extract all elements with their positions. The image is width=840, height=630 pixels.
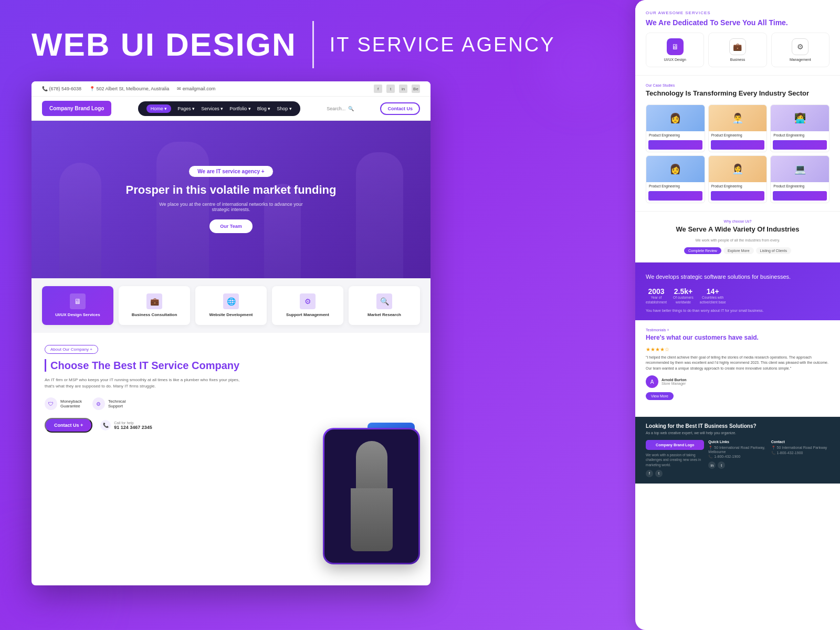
cs-item-0[interactable]: 👩 Product Engineering <box>646 104 705 152</box>
search-icon[interactable]: 🔍 <box>348 106 354 111</box>
rp-icon-uiux[interactable]: 🖥 UI/UX Design <box>646 33 704 67</box>
nav-bar: Company Brand Logo Home ▾ Pages ▾ Servic… <box>32 97 430 121</box>
contact-us-primary-button[interactable]: Contact Us + <box>45 418 92 433</box>
phone-mockup-inner <box>324 429 418 563</box>
footer-col-links: Quick Links 📍 50 International Road Park… <box>708 440 766 477</box>
dot-2[interactable] <box>825 404 830 408</box>
twitter-icon[interactable]: t <box>386 85 395 93</box>
service-icon-2: 🌐 <box>223 293 239 309</box>
footer-col-contact: Contact 📍 50 International Road Parkway … <box>771 440 830 477</box>
hero-cta-button[interactable]: Our Team <box>209 219 252 233</box>
rating-stars: ★★★★☆ <box>646 346 830 352</box>
cs-label-5: Product Engineering <box>771 182 829 190</box>
footer-social: f t <box>646 470 704 477</box>
cs-item-1[interactable]: 👨‍💼 Product Engineering <box>708 104 768 152</box>
service-icon-1: 💼 <box>146 293 162 309</box>
behance-icon[interactable]: Be <box>412 85 420 93</box>
hero-subtitle: We place you at the centre of internatio… <box>158 202 304 212</box>
contact-us-button[interactable]: Contact Us <box>380 102 420 115</box>
cs-label-2: Product Engineering <box>771 131 829 139</box>
service-card-0[interactable]: 🖥 UI/UX Design Services <box>42 286 113 325</box>
cs-item-5[interactable]: 💻 Product Engineering <box>770 155 830 203</box>
phone-mockup-outer <box>323 428 420 564</box>
rp-why-sub: We work with people of all the industrie… <box>646 238 830 242</box>
rp-icon-business[interactable]: 💼 Business <box>708 33 766 67</box>
service-card-2[interactable]: 🌐 Website Development <box>195 286 267 325</box>
footer-cta-title: Looking for the Best IT Business Solutio… <box>646 423 830 429</box>
business-icon: 💼 <box>729 38 746 55</box>
cs-label-0: Product Engineering <box>646 131 705 139</box>
rp-test-tag: Testimonials + <box>646 328 830 332</box>
person-body <box>351 488 393 551</box>
footer-phone-quick: 📞 1-800-432-1900 <box>708 455 766 459</box>
service-card-4[interactable]: 🔍 Market Research <box>349 286 420 325</box>
cs-item-2[interactable]: 👩‍💻 Product Engineering <box>770 104 830 152</box>
about-text: An IT firm or MSP who keeps your IT runn… <box>45 377 244 390</box>
tab-explore-more[interactable]: Explore More <box>723 247 754 254</box>
social-links[interactable]: f t in Be <box>374 85 420 93</box>
footer-fb-icon[interactable]: f <box>646 470 653 477</box>
nav-portfolio[interactable]: Portfolio ▾ <box>229 106 251 111</box>
cs-bar-2 <box>773 140 827 150</box>
about-tag: About Our Company + <box>45 345 98 354</box>
header-subtitle: IT SERVICE AGENCY <box>330 34 555 56</box>
tab-complete-review[interactable]: Complete Review <box>684 247 721 254</box>
testimonial-dots <box>646 404 830 408</box>
cs-img-4: 👩‍💼 <box>709 156 767 182</box>
footer-tw-icon[interactable]: t <box>655 470 663 477</box>
cs-img-2: 👩‍💻 <box>771 105 829 131</box>
header-divider <box>312 21 314 68</box>
footer-tw2-icon[interactable]: t <box>718 461 725 469</box>
footer-contact-address: 📍 50 International Road Parkway <box>771 446 830 450</box>
footer-address: 📍 50 International Road Parkway, Melbour… <box>708 446 766 454</box>
cs-item-4[interactable]: 👩‍💼 Product Engineering <box>708 155 768 203</box>
facebook-icon[interactable]: f <box>374 85 382 93</box>
author-avatar: A <box>646 375 658 388</box>
hero-person-1 <box>59 163 101 278</box>
rp-why-tag: Why choose Us? <box>646 219 830 223</box>
view-more-button[interactable]: View More <box>646 392 674 400</box>
tab-listing-clients[interactable]: Listing of Clients <box>756 247 791 254</box>
stat-customers-number: 2.5k+ <box>673 287 694 296</box>
cs-label-4: Product Engineering <box>709 182 767 190</box>
about-image <box>323 428 420 564</box>
nav-pages[interactable]: Pages ▾ <box>177 106 195 111</box>
linkedin-icon[interactable]: in <box>399 85 407 93</box>
footer-desc: We work with a passion of taking challen… <box>646 453 704 467</box>
service-card-3[interactable]: ⚙ Support Management <box>272 286 343 325</box>
nav-blog[interactable]: Blog ▾ <box>257 106 271 111</box>
rp-cs-title: Technology Is Transforming Every Industr… <box>646 89 830 98</box>
rp-case-studies: Our Case Studies Technology Is Transform… <box>635 76 840 212</box>
rp-icon-management[interactable]: ⚙ Management <box>771 33 830 67</box>
cs-img-1: 👨‍💼 <box>709 105 767 131</box>
stat-countries: 14+ Countries withactive/client base <box>700 287 726 304</box>
person-head <box>356 441 387 494</box>
stat-customers-label: Of customersworldwide <box>673 296 694 304</box>
stats-row: 2003 Year ofestablishment 2.5k+ Of custo… <box>646 287 830 304</box>
service-card-1[interactable]: 💼 Business Consultation <box>119 286 190 325</box>
author-role: Store Manager <box>662 382 686 385</box>
cs-bar-5 <box>773 191 827 201</box>
call-info: 📞 Call for help 91 124 3467 2345 <box>100 420 152 430</box>
footer-in-icon[interactable]: in <box>708 461 716 469</box>
cs-img-3: 👩 <box>646 156 705 182</box>
features-row: 🛡 MoneybackGuarantee ⚙ TechnicalSupport <box>45 397 417 410</box>
rp-testimonials: Testimonials + Here's what our customers… <box>635 320 840 417</box>
search-area: Search... 🔍 <box>327 106 354 111</box>
footer-contact-phone: 📞 1-800-432-1900 <box>771 451 830 455</box>
moneyback-icon: 🛡 <box>45 397 57 410</box>
email-info: ✉ emailgmail.com <box>177 86 215 91</box>
service-icon-3: ⚙ <box>300 293 316 309</box>
dot-1[interactable] <box>819 404 823 408</box>
search-label: Search... <box>327 106 345 111</box>
rp-cs-tag: Our Case Studies <box>646 83 830 87</box>
nav-shop[interactable]: Shop ▾ <box>277 106 292 111</box>
service-name-0: UI/UX Design Services <box>47 312 108 318</box>
rp-stats: We develops strategic software solutions… <box>635 262 840 320</box>
nav-services[interactable]: Services ▾ <box>201 106 223 111</box>
cs-item-3[interactable]: 👩 Product Engineering <box>646 155 705 203</box>
footer-col-brand: Company Brand Logo We work with a passio… <box>646 440 704 477</box>
rp-dedicated: Our Awesome Services We Are Dedicated To… <box>635 0 840 76</box>
service-name-3: Support Management <box>277 312 338 318</box>
nav-home[interactable]: Home ▾ <box>146 104 172 113</box>
